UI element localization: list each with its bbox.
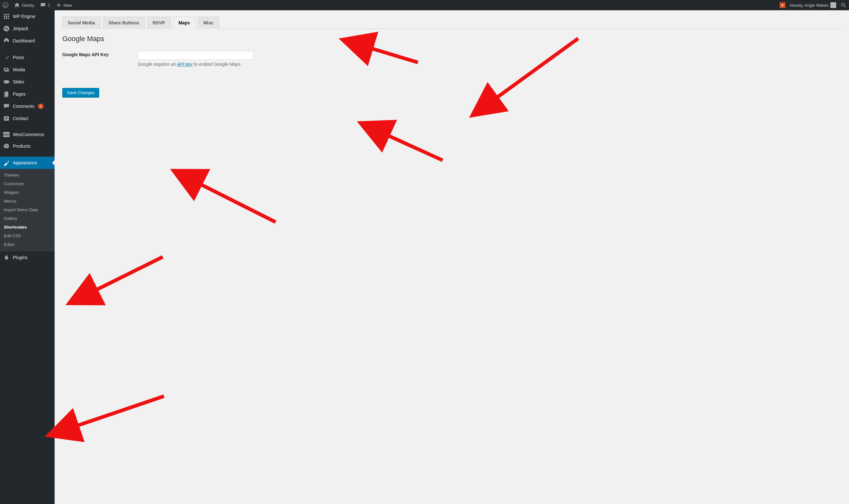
page-content: Social Media Share Buttons RSVP Maps Mis…: [55, 10, 849, 110]
submenu-item-menus[interactable]: Menus: [0, 197, 55, 205]
submenu-item-themes[interactable]: Themes: [0, 171, 55, 179]
comment-icon: [3, 103, 10, 109]
sidebar-item-label: Comments: [13, 104, 35, 109]
site-name: Gentry: [22, 3, 34, 8]
save-button[interactable]: Save Changes: [62, 88, 99, 97]
comments-link[interactable]: 1: [40, 2, 50, 8]
settings-tabs: Social Media Share Buttons RSVP Maps Mis…: [62, 17, 843, 29]
sidebar-item-posts[interactable]: Posts: [0, 51, 55, 64]
home-icon: [14, 2, 20, 8]
pages-icon: [3, 91, 10, 97]
api-key-input[interactable]: [138, 51, 253, 60]
sidebar-item-plugins[interactable]: Plugins: [0, 251, 55, 264]
tab-share-buttons[interactable]: Share Buttons: [103, 17, 145, 29]
sidebar-item-products[interactable]: Products: [0, 140, 55, 152]
search-icon: [841, 2, 846, 8]
sidebar-item-slider[interactable]: Slider: [0, 76, 55, 88]
admin-sidebar: WP Engine Jetpack Dashboard Posts Media …: [0, 10, 55, 504]
appearance-icon: [3, 160, 10, 166]
grid-icon: [3, 13, 10, 20]
svg-line-11: [72, 396, 164, 427]
svg-line-8: [383, 133, 442, 160]
sidebar-item-label: Media: [13, 67, 25, 72]
sidebar-item-label: Contact: [13, 116, 28, 121]
svg-rect-4: [4, 80, 9, 84]
api-key-helper: Google requires an API key to embed Goog…: [138, 61, 253, 67]
comments-count-badge: 1: [38, 104, 44, 109]
submenu-item-customize[interactable]: Customize: [0, 179, 55, 188]
svg-rect-5: [4, 116, 9, 121]
plus-icon: [56, 2, 62, 8]
svg-point-0: [3, 3, 8, 8]
api-key-doc-link[interactable]: API key: [177, 61, 192, 67]
sidebar-item-label: Posts: [13, 55, 24, 60]
tab-misc[interactable]: Misc: [198, 17, 219, 29]
new-link[interactable]: New: [56, 2, 72, 8]
howdy-text: Howdy, Angie Makes: [790, 3, 828, 8]
sidebar-item-comments[interactable]: Comments 1: [0, 100, 55, 112]
dashboard-icon: [3, 38, 10, 44]
site-link[interactable]: Gentry: [14, 2, 34, 8]
svg-point-2: [3, 26, 9, 32]
sidebar-item-label: WP Engine: [13, 14, 35, 19]
sidebar-item-media[interactable]: Media: [0, 64, 55, 76]
sidebar-item-appearance[interactable]: Appearance: [0, 157, 55, 169]
comment-count: 1: [48, 3, 50, 7]
contact-icon: [3, 115, 10, 122]
sidebar-item-wpengine[interactable]: WP Engine: [0, 10, 55, 22]
appearance-submenu: Themes Customize Widgets Menus Import De…: [0, 169, 55, 251]
svg-point-1: [842, 3, 845, 6]
page-title: Google Maps: [62, 35, 843, 43]
sidebar-item-woocommerce[interactable]: woo WooCommerce: [0, 129, 55, 140]
slider-icon: [3, 79, 10, 85]
account-link[interactable]: Howdy, Angie Makes: [790, 2, 836, 8]
tab-social-media[interactable]: Social Media: [62, 17, 101, 29]
svg-point-3: [5, 68, 7, 70]
tab-rsvp[interactable]: RSVP: [147, 17, 170, 29]
sidebar-item-label: Products: [13, 144, 31, 149]
sidebar-item-contact[interactable]: Contact: [0, 112, 55, 125]
sidebar-item-label: Appearance: [13, 160, 37, 165]
api-key-label: Google Maps API Key: [62, 51, 128, 57]
svg-line-9: [196, 182, 276, 222]
products-icon: [3, 143, 10, 149]
submenu-item-shortcodes[interactable]: Shortcodes: [0, 223, 55, 232]
submenu-item-editor[interactable]: Editor: [0, 240, 55, 249]
sidebar-item-label: Plugins: [13, 255, 28, 260]
tab-maps[interactable]: Maps: [173, 17, 196, 29]
pin-icon: [3, 54, 10, 61]
sidebar-item-label: Pages: [13, 91, 26, 97]
new-label: New: [64, 3, 72, 8]
wp-logo-icon[interactable]: [3, 2, 8, 8]
sidebar-item-label: Slider: [13, 79, 24, 85]
sidebar-item-pages[interactable]: Pages: [0, 88, 55, 100]
notification-badge-icon[interactable]: ▾: [780, 2, 785, 8]
plugins-icon: [3, 254, 10, 261]
comment-icon: [40, 2, 46, 8]
api-key-row: Google Maps API Key Google requires an A…: [62, 51, 843, 67]
media-icon: [3, 67, 10, 73]
sidebar-item-jetpack[interactable]: Jetpack: [0, 22, 55, 35]
jetpack-icon: [3, 25, 10, 32]
sidebar-item-label: WooCommerce: [13, 132, 44, 137]
submenu-item-edit-css[interactable]: Edit CSS: [0, 232, 55, 240]
submenu-item-import-demo[interactable]: Import Demo Data: [0, 205, 55, 214]
admin-bar: Gentry 1 New ▾ Howdy, Angie Makes: [0, 0, 849, 10]
search-toggle[interactable]: [841, 2, 846, 8]
sidebar-item-label: Dashboard: [13, 38, 35, 43]
sidebar-item-label: Jetpack: [13, 26, 28, 31]
avatar: [830, 2, 836, 8]
woo-icon: woo: [3, 132, 10, 137]
submenu-item-gallery[interactable]: Gallery: [0, 214, 55, 223]
svg-line-10: [91, 257, 163, 292]
sidebar-item-dashboard[interactable]: Dashboard: [0, 35, 55, 47]
submenu-item-widgets[interactable]: Widgets: [0, 188, 55, 197]
